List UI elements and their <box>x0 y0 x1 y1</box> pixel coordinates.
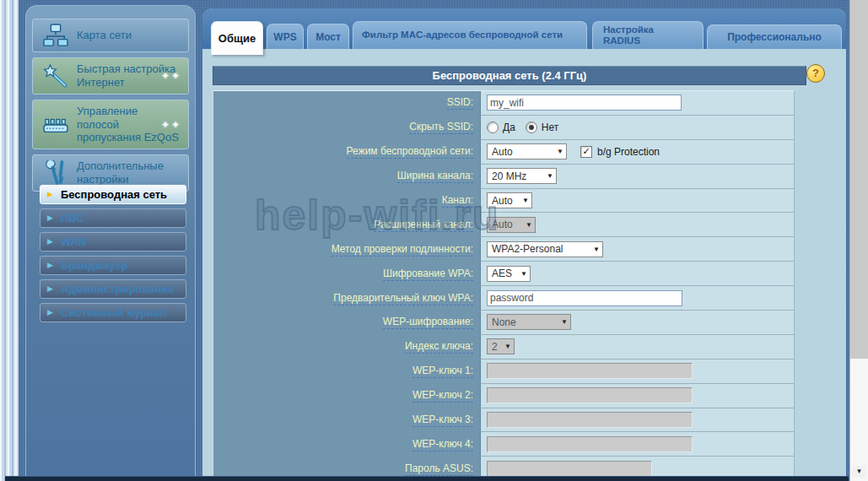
ssid-input[interactable] <box>487 95 682 111</box>
bottom-border <box>5 476 849 481</box>
sidebar: Карта сетиБыстрая настройка Интернет✦✦Уп… <box>25 5 196 481</box>
scroll-down-arrow-icon[interactable]: ▾ <box>852 466 866 478</box>
arrow-right-icon: ▶ <box>47 262 53 269</box>
sidebar-item-wan[interactable]: ▶WAN <box>40 232 186 251</box>
scrollbar-thumb[interactable] <box>850 0 868 359</box>
chevron-down-icon: ▼ <box>522 197 529 204</box>
sidebar-item-label: Брандмауэр <box>61 259 127 272</box>
vertical-scrollbar[interactable]: ▾ <box>849 0 868 481</box>
wpa-preshared-key-label: Предварительный ключ WPA: <box>333 292 473 305</box>
wep-key-2-label: WEP-ключ 2: <box>412 389 473 403</box>
wep-encryption-select: None▼ <box>487 314 571 330</box>
wep-key-1-input <box>487 363 693 379</box>
tab-radius-setup[interactable]: Настройка RADIUS <box>592 21 704 49</box>
selected-value: WPA2-Personal <box>492 243 563 255</box>
selected-value: AES <box>492 268 512 279</box>
sidebar-item-wireless[interactable]: ▶Беспроводная сеть <box>40 185 186 204</box>
arrow-right-icon: ▶ <box>47 191 53 198</box>
sparkle-icon: ✦✦ <box>161 70 181 82</box>
tab-bridge[interactable]: Мост <box>307 24 349 49</box>
radio-icon <box>487 122 499 133</box>
wep-encryption-label: WEP-шифрование: <box>383 316 473 329</box>
tab-general[interactable]: Общие <box>211 21 263 55</box>
sidebar-main-menu: Карта сетиБыстрая настройка Интернет✦✦Уп… <box>32 19 189 197</box>
chevron-down-icon: ▼ <box>504 343 511 350</box>
sidebar-item-network-map[interactable]: Карта сети <box>32 19 189 52</box>
sidebar-item-label: Карта сети <box>77 29 180 42</box>
wpa-encryption-select[interactable]: AES▼ <box>487 266 531 282</box>
bandwidth-icon <box>41 113 70 137</box>
form-row: Ширина канала:20 MHz▼ <box>213 165 794 189</box>
form-row: Шифрование WPA:AES▼ <box>213 262 794 286</box>
form-row: Метод проверки подлинности:WPA2-Personal… <box>213 237 794 262</box>
sidebar-item-label: Администрирование <box>61 283 175 295</box>
chevron-down-icon: ▼ <box>593 246 600 253</box>
content-panel: ОбщиеWPSМостФильтр MAC-адресов беспровод… <box>202 8 846 481</box>
window-frame-edge <box>0 0 19 481</box>
extension-channel-label: Расширенный канал: <box>374 219 473 232</box>
form-row: WEP-шифрование:None▼ <box>213 311 794 335</box>
sidebar-item-quick-internet-setup[interactable]: Быстрая настройка Интернет✦✦ <box>32 57 189 95</box>
ssid-label: SSID: <box>447 96 473 110</box>
wep-key-1-label: WEP-ключ 1: <box>412 365 473 378</box>
arrow-right-icon: ▶ <box>47 309 53 316</box>
sidebar-sub-menu: ▶Беспроводная сеть▶ЛВС▶WAN▶Брандмауэр▶Ад… <box>40 185 186 327</box>
wpa-encryption-label: Шифрование WPA: <box>383 268 473 281</box>
chevron-down-icon: ▼ <box>557 148 563 155</box>
extension-channel-select: Auto▼ <box>487 217 536 233</box>
arrow-right-icon: ▶ <box>47 285 53 293</box>
channel-width-label: Ширина канала: <box>397 170 473 183</box>
sidebar-item-administration[interactable]: ▶Администрирование <box>40 279 186 299</box>
wireless-mode-select[interactable]: Auto▼ <box>487 143 567 159</box>
form-row: SSID: <box>213 91 794 116</box>
chevron-down-icon: ▼ <box>526 221 532 229</box>
auth-method-select[interactable]: WPA2-Personal▼ <box>487 241 603 257</box>
form-row: Расширенный канал:Auto▼ <box>213 213 794 237</box>
wireless-mode-label: Режим беспроводной сети: <box>347 145 473 159</box>
chevron-down-icon: ▼ <box>520 270 527 278</box>
selected-value: Auto <box>492 195 513 207</box>
wep-key-3-label: WEP-ключ 3: <box>412 413 473 427</box>
sidebar-item-system-log[interactable]: ▶Системный журнал <box>40 303 186 322</box>
wep-key-4-label: WEP-ключ 4: <box>412 438 473 451</box>
form-row: WEP-ключ 1: <box>213 359 794 384</box>
tab-wireless-mac-filter[interactable]: Фильтр MAC-адресов беспроводной сети <box>353 21 587 49</box>
sidebar-item-label: Системный журнал <box>61 306 167 319</box>
arrow-right-icon: ▶ <box>47 238 53 246</box>
tab-professional[interactable]: Профессионально <box>707 24 842 49</box>
sidebar-item-label: Беспроводная сеть <box>61 188 167 201</box>
router-admin-page: Карта сетиБыстрая настройка Интернет✦✦Уп… <box>0 0 868 481</box>
key-index-label: Индекс ключа: <box>405 340 473 354</box>
chevron-down-icon: ▼ <box>561 318 568 326</box>
sparkle-icon: ✦✦ <box>161 119 181 131</box>
sidebar-item-firewall[interactable]: ▶Брандмауэр <box>40 256 186 275</box>
form-row: Скрыть SSID:ДаНет <box>213 116 794 140</box>
channel-select[interactable]: Auto▼ <box>487 192 532 208</box>
sidebar-item-lan[interactable]: ▶ЛВС <box>40 208 186 228</box>
network-map-icon <box>41 24 70 47</box>
form-row: Режим беспроводной сети:Auto▼✓b/g Protec… <box>213 140 794 165</box>
hide-ssid-label: Скрыть SSID: <box>409 121 473 134</box>
tab-wps[interactable]: WPS <box>267 24 304 49</box>
form-row: Предварительный ключ WPA: <box>213 286 794 311</box>
channel-width-select[interactable]: 20 MHz▼ <box>487 168 557 184</box>
page-title: Беспроводная сеть (2.4 ГГц) <box>433 69 587 82</box>
chevron-down-icon: ▼ <box>547 172 553 180</box>
tools-icon <box>41 160 70 186</box>
hide-ssid-option-0[interactable]: Да <box>487 122 515 133</box>
wpa-preshared-key-input[interactable] <box>487 290 682 306</box>
help-icon[interactable]: ? <box>806 64 825 83</box>
wep-key-4-input <box>487 436 693 452</box>
asus-password-label: Пароль ASUS: <box>405 462 473 476</box>
form-row: WEP-ключ 2: <box>213 384 794 408</box>
form-row: WEP-ключ 4: <box>213 432 794 457</box>
sidebar-item-label: Дополнительные настройки <box>77 159 180 186</box>
section-title-bar: Беспроводная сеть (2.4 ГГц) <box>213 66 806 85</box>
sidebar-item-label: WAN <box>61 235 86 248</box>
hide-ssid-option-1[interactable]: Нет <box>526 122 558 133</box>
magic-wand-icon <box>41 64 70 88</box>
bg-protection-checkbox[interactable]: ✓b/g Protection <box>580 146 660 158</box>
channel-label: Канал: <box>442 194 473 208</box>
sidebar-item-ezqos-bandwidth[interactable]: Управление полосой пропускания EzQoS✦✦ <box>32 100 189 150</box>
settings-table: SSID:Скрыть SSID:ДаНетРежим беспроводной… <box>213 90 795 481</box>
